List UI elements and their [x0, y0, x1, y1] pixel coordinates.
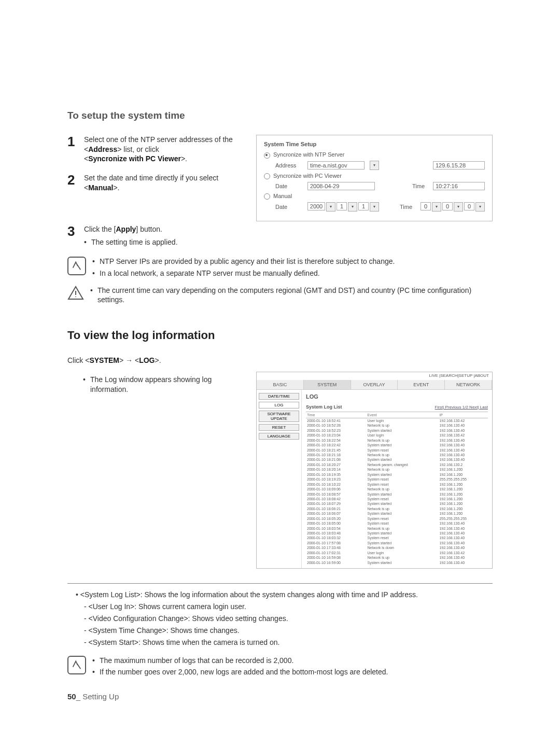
table-row: 2000-01-10 18:20:14Network is up192.168.…: [306, 467, 488, 472]
step-1: Select one of the NTP server addresses o…: [67, 135, 244, 164]
log-tabs: BASIC SYSTEM OVERLAY EVENT NETWORK: [257, 380, 492, 390]
table-row: 2000-01-10 17:57:08System started192.168…: [306, 541, 488, 545]
table-row: 2000-01-10 18:03:48System started192.168…: [306, 531, 488, 535]
chevron-down-icon[interactable]: ▾: [370, 161, 379, 170]
log-breadcrumb: LIVE |SEARCH|SETUP |ABOUT: [257, 372, 492, 380]
log-title: LOG: [306, 393, 488, 401]
table-row: 2000-01-10 18:23:04User login192.168.130…: [306, 433, 488, 438]
table-row: 2000-01-10 18:03:32System reset192.168.1…: [306, 535, 488, 540]
panel-title: System Time Setup: [264, 140, 485, 148]
ntp-ip: 129.6.15.28: [433, 161, 485, 170]
table-row: 2000-01-10 18:03:54Network is up192.168.…: [306, 526, 488, 531]
log-descriptions: • <System Log List>: Shows the log infor…: [67, 590, 493, 647]
radio-manual[interactable]: [264, 193, 270, 200]
table-row: 2000-01-10 18:05:00System reset192.168.1…: [306, 521, 488, 526]
table-row: 2000-01-10 18:07:29System started192.168…: [306, 501, 488, 506]
time-value: 10:27:16: [433, 182, 485, 190]
table-row: 2000-01-10 18:19:23System reset255.255.2…: [306, 477, 488, 482]
time-label: Time: [412, 182, 428, 190]
log-pagination: First| Previous 1/2 Next| Last: [435, 405, 488, 411]
table-row: 2000-01-10 18:08:57System started192.168…: [306, 492, 488, 497]
table-row: 2000-01-10 18:21:08System started192.168…: [306, 457, 488, 462]
log-side-nav: DATE/TIME LOG SOFTWARE UPDATE RESET LANG…: [257, 390, 301, 568]
note-1: NTP Server IPs are provided by a public …: [92, 257, 395, 280]
table-row: 2000-01-10 18:10:22System reset192.168.1…: [306, 482, 488, 487]
warning-icon: [67, 286, 84, 300]
page-footer: 50_ Setting Up: [67, 692, 119, 702]
note-icon: [67, 656, 86, 674]
table-row: 2000-01-10 18:22:54Network is up192.168.…: [306, 438, 488, 443]
table-row: 2000-01-10 18:52:23System started192.168…: [306, 428, 488, 433]
table-row: 2000-01-10 18:20:27Network param. change…: [306, 462, 488, 467]
divider: [67, 583, 493, 584]
click-instruction: Click <SYSTEM> → <LOG>.: [67, 356, 493, 365]
table-row: 2000-01-10 16:59:08Network is up192.168.…: [306, 555, 488, 560]
table-row: 2000-01-10 18:08:42System reset192.168.1…: [306, 497, 488, 501]
radio-ntp[interactable]: [264, 152, 270, 159]
date-value: 2008-04-29: [307, 182, 375, 190]
log-list-title: System Log List: [306, 404, 342, 410]
table-row: 2000-01-10 18:21:45System reset192.168.1…: [306, 448, 488, 453]
table-row: 2000-01-10 18:05:20System reset255.255.2…: [306, 516, 488, 521]
table-row: 2000-01-10 18:06:21Network is up192.168.…: [306, 506, 488, 511]
log-table: TimeEventIP 2000-01-10 18:52:41User logi…: [306, 412, 488, 566]
table-row: 2000-01-10 18:52:41User login192.168.130…: [306, 418, 488, 423]
date-label: Date: [275, 182, 302, 190]
system-time-setup-panel: System Time Setup Syncronize with NTP Se…: [256, 135, 493, 221]
warning-note: The current time can vary depending on t…: [90, 286, 493, 307]
table-row: 2000-01-10 18:52:28Network is up192.168.…: [306, 423, 488, 428]
note-2: The maximum number of logs that can be r…: [92, 656, 388, 680]
log-bullet: The Log window appears showing log infor…: [83, 375, 244, 394]
table-row: 2000-01-10 18:22:42System started192.168…: [306, 443, 488, 447]
steps-list: Select one of the NTP server addresses o…: [67, 135, 244, 193]
table-row: 2000-01-10 18:06:07System started192.168…: [306, 511, 488, 516]
note-icon: [67, 257, 86, 275]
step-3: Click the [Apply] button. The setting ti…: [67, 224, 493, 247]
table-row: 2000-01-10 18:09:06Network is up192.168.…: [306, 487, 488, 491]
applied-bullet: The setting time is applied.: [84, 237, 493, 247]
table-row: 2000-01-10 17:33:48Network is down192.16…: [306, 545, 488, 550]
section-title-2: To view the log information: [67, 328, 493, 343]
manual-date[interactable]: 2000▾ 1▾ 1▾: [307, 202, 379, 212]
step-2: Set the date and time directly if you se…: [67, 173, 244, 193]
address-select[interactable]: time-a.nist.gov: [307, 161, 365, 170]
log-screenshot: LIVE |SEARCH|SETUP |ABOUT BASIC SYSTEM O…: [256, 372, 493, 569]
table-row: 2000-01-10 18:19:35System started192.168…: [306, 472, 488, 477]
table-row: 2000-01-10 17:02:31User login192.168.130…: [306, 551, 488, 555]
radio-pc[interactable]: [264, 173, 270, 179]
section-title-1: To setup the system time: [67, 109, 493, 122]
address-label: Address: [275, 162, 302, 170]
manual-time[interactable]: 0▾ 0▾ 0▾: [421, 202, 485, 212]
table-row: 2000-01-10 18:21:18Network is up192.168.…: [306, 453, 488, 457]
table-row: 2000-01-10 16:59:00System started192.168…: [306, 560, 488, 565]
